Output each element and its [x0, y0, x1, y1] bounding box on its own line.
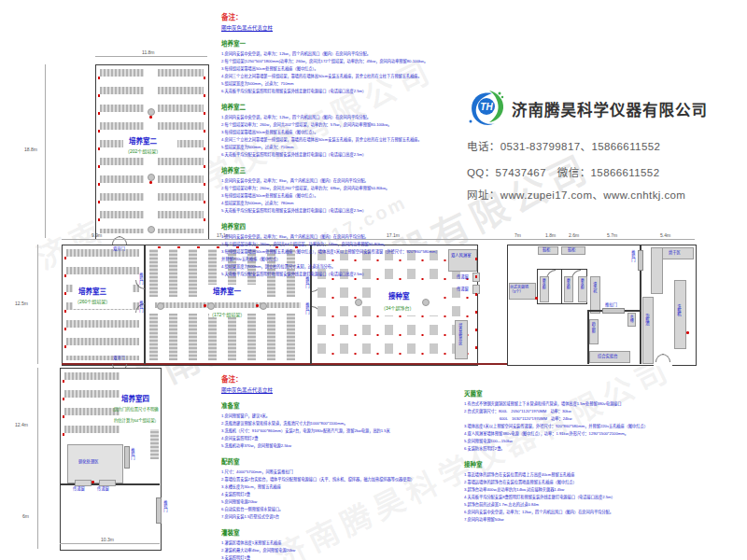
socket-dot	[92, 481, 94, 483]
door-label: 推拉门	[304, 276, 309, 288]
note-line: 2.每个组培架功率为：260w，房间共64个组培架，功率约为：14kw，房间内功…	[221, 241, 462, 248]
note-line: 4.房间三个立柱之间靠墙第一排组培架，靠墙的在墙体高50cm安装五孔插座，其余立…	[221, 136, 462, 144]
note-line: 1.灌装区墙体高度1米预留五孔插座	[221, 539, 462, 547]
room-label: 培养室一	[213, 286, 241, 296]
note-line: 1.有台式不锈钢灭菌锅区域预留上下水管道和排汽管道，墙体高度1.5m处预留380…	[464, 400, 735, 408]
note-line: 1.靠近墙体的超净台在安装位置的墙上方高度40cm预留五孔插座	[464, 471, 735, 479]
soak-pool-label: 泡瓶池	[644, 314, 649, 326]
sliding-door	[156, 497, 162, 524]
door-label: 推拉门	[138, 273, 143, 285]
room-sublabel: （34个超净台）	[381, 304, 415, 311]
note-line: 7.房间内安装1.5匹壁挂式空调1台	[221, 513, 462, 521]
note-line: 3.超净台功率400w,总功率约为14kw,对应接种灭菌器1.4kw	[464, 486, 735, 494]
note-line: 2.靠墙远墙体的超净台在安装位置地面预留五孔插座（图中红点）	[464, 479, 735, 486]
column-dot	[422, 299, 430, 306]
note-line: 5.天花板平均分配安装照明灯和预留安装外线走廊灯电源接口（电话接口高度2.5m）	[221, 271, 462, 278]
note-line: 2.靠墙位置安装2台实验台，墙体平均分配预留电源接口（天平、纯水机、搅拌器，磁力…	[221, 476, 462, 483]
company-phone: 电话：0531-83799817、15866611552	[467, 138, 660, 153]
section-title: 培养室四	[221, 221, 462, 231]
socket-dot	[149, 181, 152, 184]
note-line: 4.安装照明灯2盏	[221, 491, 462, 498]
door-label: 推拉门	[304, 302, 309, 315]
dimension-label: 12.5m	[15, 301, 28, 306]
sliding-door	[638, 250, 643, 271]
notes-bottom: 备注： 图中灰色黑点代表立柱 准备室 1.房间预留窗户，建议3米。2.洗瓶池建议…	[221, 373, 462, 560]
dimension-line	[45, 64, 46, 238]
section-title: 灭菌室	[464, 388, 735, 398]
wall	[561, 269, 562, 303]
shelf-columns	[149, 314, 306, 360]
shoe-cabinet-label: 鞋柜	[568, 247, 576, 252]
wall	[537, 303, 587, 304]
socket-dot	[256, 304, 259, 307]
section-title: 灌装室	[221, 527, 462, 537]
double-door-icon	[655, 355, 670, 362]
note-line: 5.超净台前的过道宽1.7m,左右的过道0.84m	[464, 501, 735, 509]
note-line: 3.每排组培架靠墙高50cm处预留五孔插座（图中红点）。	[221, 192, 462, 200]
room-sublabel: 约估计算为64个组培架）	[114, 417, 159, 423]
socket-dots	[62, 372, 65, 443]
notes-legend: 图中灰色黑点代表立柱	[221, 386, 462, 394]
pass-window-label: 传递窗	[73, 486, 85, 491]
column-dot	[148, 108, 155, 116]
svg-text:TH: TH	[480, 102, 493, 112]
company-website: 网址：www.zupei17.com、www.cnhtkj.com	[467, 187, 685, 202]
room-label: 培养室三	[78, 286, 106, 296]
note-line: 2.台式灭菌锅尺寸：800L 2050*1120*1970MM 功率：30kw	[464, 408, 735, 415]
dimension-label: 2.6m	[569, 232, 579, 238]
door-label: 推拉门	[130, 448, 134, 460]
dimension-label: 5.4m	[660, 232, 670, 238]
note-line: 6.安装防水照明灯2盏。	[464, 445, 735, 453]
note-line: 2.灌装机最大功率4kw，房间预留电源20kw	[221, 547, 462, 554]
locker-label: 更衣柜	[566, 278, 570, 289]
media-storage-label: 培养基暂存区	[458, 323, 461, 345]
company-logo-icon: TH	[464, 88, 507, 131]
locker-label: 更衣柜	[580, 278, 584, 289]
bottle-washer-label: 洗瓶机	[676, 304, 681, 316]
note-line: 2.洗瓶池建议预留水管和排水管道，洗瓶池尺寸大约1000*800*1100mm。	[221, 420, 462, 427]
note-line: 2.每个组培架功率为：260w，房间共260个组培架，功率约为：68kw，房间内…	[221, 185, 462, 192]
column-dot	[148, 226, 155, 233]
door-label: 推拉门	[605, 302, 617, 307]
socket-dots	[97, 69, 101, 233]
note-line: 6.天花板平均分配安装照明灯和预留安装外线走廊灯电源接口（电话接口高度2.5m）	[221, 88, 462, 95]
note-line: 1.尺寸：4000*5700mm，间断安装推拉门	[221, 469, 462, 476]
shoe-cabinet-label: 鞋柜	[543, 247, 551, 252]
note-line: 并预留220v五孔插座（图中红点）	[221, 256, 462, 263]
note-line: 1.房间内安装中央空调，功率为：12kw，四个内机出风口（图内）在房间内平均分配…	[221, 50, 462, 58]
note-line: 1.房间预留窗户，建议3米。	[221, 413, 462, 420]
notes-right: 灭菌室 1.有台式不锈钢灭菌锅区域预留上下水管道和排汽管道，墙体高度1.5m处预…	[464, 388, 735, 524]
section-title: 培养室二	[221, 102, 462, 111]
pass-window-label: 传递窗	[457, 287, 469, 291]
note-line: 3.每排组培架靠墙高50cm处预留五孔插座（图中红点），墙体高度1米以上预留空间…	[221, 248, 462, 256]
note-line: 3.每排组培架靠墙高50cm处预留五孔插座（图中红点）。	[221, 65, 462, 73]
company-name: 济南腾昊科学仪器有限公司	[512, 98, 708, 120]
dimension-label: 1.8m	[545, 232, 556, 238]
socket-dots	[474, 250, 478, 360]
floor-plan-drawing: 济南腾昊科学仪器有限公司 www.zupei17.com 济南腾昊科学仪器有限公…	[0, 0, 747, 560]
note-line: 6.房间内安装中央空调，功率为：12kw，四个内机出风口（图内）在房间内平均分配…	[464, 509, 735, 516]
note-line: 5.房间预留电源20kw	[221, 498, 462, 506]
dimension-line	[37, 245, 38, 364]
notes-top: 备注： 图中灰色黑点代表立柱 培养室一 1.房间内安装中央空调，功率为：12kw…	[221, 11, 462, 278]
wall	[62, 363, 507, 365]
column-dot	[260, 302, 267, 310]
door-label: 双开门	[113, 246, 125, 251]
dimension-label: 12.4m	[15, 422, 28, 427]
section-title: 配药室	[221, 456, 462, 466]
note-line: 5.组培架宽度为500mm，过道为：710mm	[221, 144, 462, 151]
note-line: 7.房间内功率预留50kw	[464, 516, 735, 524]
lab-bench-label: 综合实验台	[598, 354, 617, 358]
door-label: 推拉门	[630, 250, 635, 262]
locker-label: 更衣柜	[542, 278, 545, 289]
note-line: 4.房间三个立柱之间靠墙第一排组培架，靠墙的在墙体高50cm安装五孔插座，其余立…	[221, 73, 462, 80]
dimension-label: 11.8m	[142, 49, 155, 55]
note-line: 5.房间预留电源100—150kw	[464, 438, 735, 445]
section-title: 接种室	[464, 459, 735, 469]
medicine-cabinet-label: 药品柜	[591, 322, 595, 333]
section-title: 培养室三	[221, 165, 462, 175]
note-line: 600L 1630*1120*1970MM 功率：24kw	[464, 415, 735, 423]
pass-window-box	[99, 480, 116, 486]
note-line: 1.房间内安装中央空调，功率为：12kw，四个内机出风口（图内）在房间内平均分配…	[221, 114, 462, 121]
column-dot	[207, 302, 215, 310]
